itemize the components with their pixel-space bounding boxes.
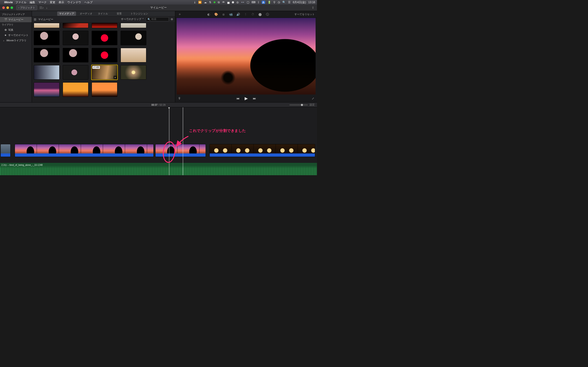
voiceover-icon[interactable]: 🎙: [178, 97, 181, 100]
clip-thumbnail[interactable]: [92, 23, 117, 28]
play-button[interactable]: ▶: [245, 96, 248, 101]
menu-file[interactable]: ファイル: [15, 0, 26, 4]
clip-thumbnail[interactable]: [92, 31, 117, 45]
dropbox-icon[interactable]: ⧉: [218, 1, 220, 4]
sidebar-item-all-events[interactable]: ★ すべてのイベント: [0, 33, 32, 38]
menu-window[interactable]: ウインドウ: [67, 0, 81, 4]
timeline[interactable]: 2.3分 – tired_of_being_alone_-_10-1248 これ…: [0, 107, 317, 175]
clip-thumbnail[interactable]: [121, 48, 146, 62]
tab-transitions[interactable]: トランジション: [129, 11, 150, 16]
tab-my-media[interactable]: マイメディア: [57, 11, 76, 16]
clip-thumbnail[interactable]: [63, 82, 88, 97]
menubar-date[interactable]: 6月4日(金): [293, 0, 306, 4]
crop-icon[interactable]: ⧈: [221, 13, 225, 16]
bluetooth-icon[interactable]: ᛒ: [258, 1, 259, 4]
cloud-icon[interactable]: ☁: [204, 1, 207, 4]
display-icon[interactable]: ▢: [247, 1, 249, 4]
clip-thumbnail[interactable]: [34, 23, 60, 28]
download-icon[interactable]: ⤓: [194, 1, 196, 4]
sync-icon[interactable]: ⇅: [209, 1, 211, 4]
glasses-icon[interactable]: 👓: [241, 1, 244, 4]
menubar-time[interactable]: 13:16: [308, 1, 315, 4]
share-icon[interactable]: ⇪: [312, 6, 314, 9]
clip-thumbnail[interactable]: [63, 48, 88, 62]
color-balance-icon[interactable]: ◐: [207, 13, 211, 16]
spotlight-icon[interactable]: 🔍: [282, 1, 286, 4]
library-list-icon[interactable]: ☷♪: [40, 6, 44, 9]
tab-titles[interactable]: タイトル: [96, 11, 110, 16]
status-dot-icon[interactable]: [214, 1, 216, 3]
reset-all-button[interactable]: すべてをリセット: [294, 13, 315, 16]
timeline-settings-button[interactable]: 設定: [310, 103, 315, 106]
magic-wand-icon[interactable]: ✧: [178, 13, 182, 16]
browser-tabs: マイメディア オーディオ タイトル 背景 トランジション: [32, 11, 175, 17]
wifi-icon[interactable]: ⚲: [273, 1, 275, 4]
sidebar-item-photos[interactable]: ✿ 写真: [0, 27, 32, 33]
timeline-clip[interactable]: [0, 144, 10, 157]
fullscreen-icon[interactable]: ⤢: [312, 97, 314, 100]
menu-mark[interactable]: マーク: [38, 0, 47, 4]
music-track[interactable]: 2.3分 – tired_of_being_alone_-_10-1248: [0, 163, 317, 175]
clip-thumbnail[interactable]: [121, 31, 146, 45]
control-center-icon[interactable]: ☰: [288, 1, 291, 4]
volume-icon[interactable]: 🔊: [236, 13, 240, 16]
noise-icon[interactable]: ⦙⦙: [243, 13, 248, 16]
hat-icon[interactable]: ⬣: [232, 1, 234, 4]
keyboard-icon[interactable]: ⌨: [251, 1, 255, 4]
add-clip-icon[interactable]: ＋: [113, 76, 117, 79]
clip-thumbnail-selected[interactable]: 17.0秒 ＋: [92, 65, 117, 80]
window-close-button[interactable]: [2, 6, 5, 9]
clip-thumbnail[interactable]: [92, 48, 117, 62]
fastforward-icon[interactable]: ⏩: [198, 1, 202, 4]
clip-thumbnail[interactable]: [121, 65, 146, 80]
preview-pane: ✧ ◐ 🎨 ⧈ 📹 🔊 ⦙⦙ ⏱ ⬤ ⓘ すべてをリセット 🎙 ⏮ ▶ ⏭ ⤢: [175, 11, 317, 102]
menu-help[interactable]: ヘルプ: [84, 0, 93, 4]
timeline-ruler[interactable]: [0, 107, 317, 111]
back-to-projects-button[interactable]: ‹ プロジェクト: [16, 5, 37, 10]
clip-thumbnail[interactable]: [63, 31, 88, 45]
tab-backgrounds[interactable]: 背景: [115, 11, 124, 16]
clip-thumbnail[interactable]: [34, 48, 60, 62]
circle-icon[interactable]: ◎: [236, 1, 239, 4]
clock-icon[interactable]: ◷: [278, 1, 280, 4]
swirl-icon[interactable]: ෧: [222, 1, 225, 4]
info-icon[interactable]: ⓘ: [266, 12, 270, 17]
window-minimize-button[interactable]: [6, 6, 9, 9]
timeline-zoom-slider[interactable]: [289, 105, 308, 105]
macos-menubar: iMovie ファイル 編集 マーク 変更 表示 ウインドウ ヘルプ ⤓ ⏩ ☁…: [0, 0, 317, 5]
search-icon: 🔍: [147, 18, 150, 21]
tab-audio[interactable]: オーディオ: [78, 11, 94, 16]
search-input[interactable]: 🔍検索: [146, 17, 169, 21]
clip-thumbnail[interactable]: [34, 31, 60, 45]
clip-thumbnail[interactable]: [34, 65, 60, 80]
stabilize-icon[interactable]: 📹: [229, 13, 233, 16]
menu-edit[interactable]: 編集: [30, 0, 35, 4]
timeline-clip[interactable]: [209, 144, 315, 157]
clip-thumbnail[interactable]: [63, 23, 88, 28]
timeline-clip[interactable]: [15, 144, 154, 157]
music-clip-label: 2.3分 – tired_of_being_alone_-_10-1248: [1, 164, 43, 167]
color-wheel-icon[interactable]: 🎨: [214, 13, 218, 16]
menu-modify[interactable]: 変更: [50, 0, 55, 4]
clip-thumbnail[interactable]: [92, 82, 117, 97]
prev-clip-button[interactable]: ⏮: [236, 97, 240, 100]
window-zoom-button[interactable]: [10, 6, 13, 9]
onedrive-icon[interactable]: ▅: [227, 1, 229, 4]
gear-icon[interactable]: ⚙: [171, 18, 173, 21]
import-icon[interactable]: ↓: [46, 6, 48, 9]
next-clip-button[interactable]: ⏭: [253, 97, 256, 100]
preview-viewer[interactable]: [177, 18, 316, 94]
clip-thumbnail[interactable]: [121, 23, 146, 28]
menu-view[interactable]: 表示: [59, 0, 64, 4]
view-mode-icon[interactable]: ▥: [34, 18, 36, 21]
battery-icon[interactable]: 🔋: [268, 1, 271, 4]
clip-thumbnail[interactable]: [63, 65, 88, 80]
speed-icon[interactable]: ⏱: [251, 13, 255, 16]
clip-filter-dropdown[interactable]: すべてのクリップ ⌃: [121, 18, 144, 21]
input-source-icon[interactable]: あ: [262, 1, 265, 4]
sidebar-item-project[interactable]: 🎬 マイムービー: [0, 17, 32, 22]
filter-icon[interactable]: ⬤: [258, 13, 262, 16]
app-name[interactable]: iMovie: [4, 1, 13, 4]
sidebar-item-imovie-library[interactable]: › iMovieライブラリ: [0, 38, 32, 43]
clip-thumbnail[interactable]: [34, 82, 60, 97]
